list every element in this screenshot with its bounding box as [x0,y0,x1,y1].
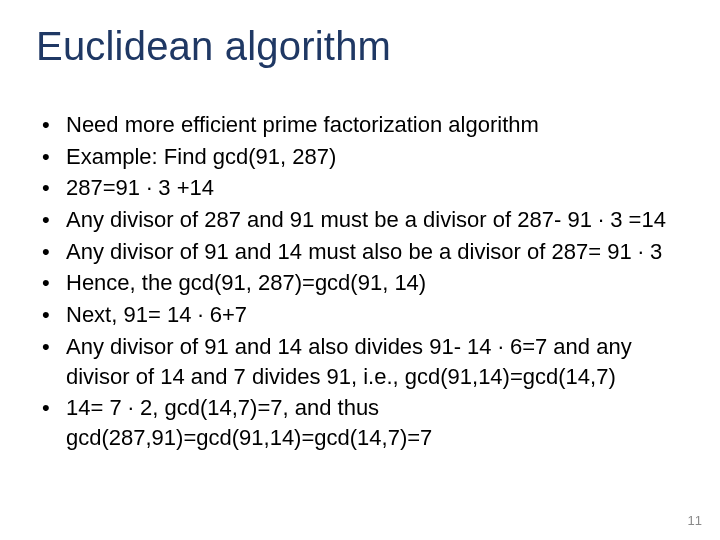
bullet-item: 287=91 · 3 +14 [36,173,680,203]
bullet-list: Need more efficient prime factorization … [36,110,680,453]
bullet-item: Any divisor of 91 and 14 also divides 91… [36,332,680,391]
page-number: 11 [688,513,702,528]
slide-body: Need more efficient prime factorization … [36,110,680,455]
bullet-item: 14= 7 · 2, gcd(14,7)=7, and thus gcd(287… [36,393,680,452]
bullet-item: Need more efficient prime factorization … [36,110,680,140]
slide: Euclidean algorithm Need more efficient … [0,0,720,540]
bullet-item: Next, 91= 14 · 6+7 [36,300,680,330]
slide-title: Euclidean algorithm [36,24,391,69]
bullet-item: Hence, the gcd(91, 287)=gcd(91, 14) [36,268,680,298]
bullet-item: Any divisor of 287 and 91 must be a divi… [36,205,680,235]
bullet-item: Any divisor of 91 and 14 must also be a … [36,237,680,267]
bullet-item: Example: Find gcd(91, 287) [36,142,680,172]
